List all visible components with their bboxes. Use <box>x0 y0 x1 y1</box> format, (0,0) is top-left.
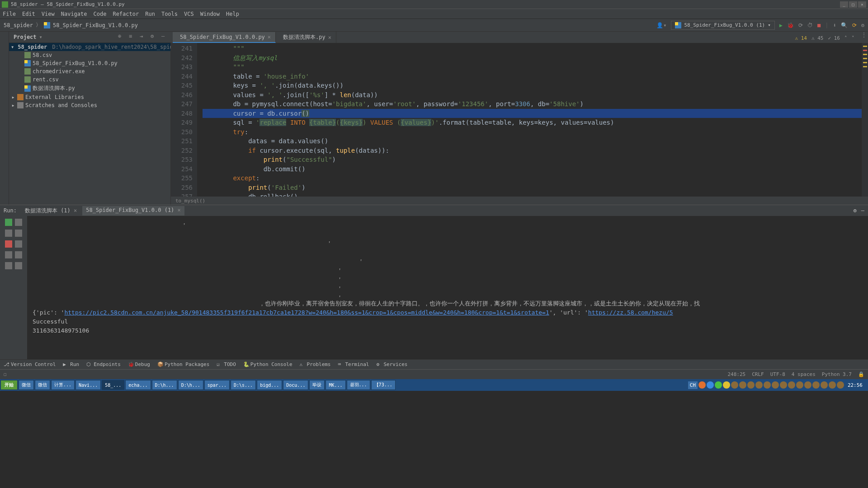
taskbar-item[interactable]: Navi... <box>75 380 101 390</box>
pin-button[interactable] <box>5 262 12 269</box>
tree-file[interactable]: 数据清洗脚本.py <box>9 84 170 93</box>
code-breadcrumb[interactable]: to_mysql() <box>171 197 868 205</box>
rerun-button[interactable] <box>5 219 12 226</box>
tree-external-libraries[interactable]: ▸External Libraries <box>9 93 170 101</box>
taskbar-item[interactable]: D:\h... <box>152 380 177 390</box>
menu-code[interactable]: Code <box>94 11 107 17</box>
settings-button[interactable]: ⚙ <box>861 22 864 28</box>
wrap-icon[interactable] <box>15 240 22 248</box>
stop-button[interactable]: ■ <box>817 22 821 28</box>
menu-vcs[interactable]: VCS <box>184 11 194 17</box>
profile-button[interactable]: ⏱ <box>807 22 813 28</box>
maximize-button[interactable]: □ <box>849 1 857 8</box>
tree-root[interactable]: ▾58_spider D:\hadoop_spark_hive_rent2024… <box>9 43 170 51</box>
code-area[interactable]: 241 242 243 244 245 246 247 248 249 250 … <box>171 43 868 197</box>
taskbar-item[interactable]: D:\s... <box>231 380 256 390</box>
tree-file[interactable]: 58_Spider_FixBug_V1.0.0.py <box>9 59 170 67</box>
breadcrumb-file[interactable]: 58_Spider_FixBug_V1.0.0.py <box>53 22 138 28</box>
tree-file[interactable]: chromedriver.exe <box>9 67 170 75</box>
menu-edit[interactable]: Edit <box>22 11 35 17</box>
url-link[interactable]: https://zz.58.com/hezu/5 <box>588 309 673 316</box>
toolwin-version-control[interactable]: ⎇Version Control <box>4 361 56 367</box>
menu-file[interactable]: File <box>3 11 16 17</box>
taskbar-item[interactable]: bigd... <box>257 380 282 390</box>
debug-button[interactable]: 🐞 <box>787 22 794 28</box>
taskbar-item[interactable]: 【73... <box>371 380 396 390</box>
toolwin-debug[interactable]: 🐞Debug <box>128 361 150 367</box>
menu-help[interactable]: Help <box>226 11 239 17</box>
close-button[interactable]: × <box>858 1 866 8</box>
toolwin-services[interactable]: ⚙Services <box>376 361 407 367</box>
sync-button[interactable]: ⟳ <box>852 22 857 28</box>
line-separator[interactable]: CRLF <box>752 371 764 377</box>
run-config-selector[interactable]: 58_Spider_FixBug_V1.0.0 (1) ▾ <box>671 21 774 30</box>
soft-wrap-icon[interactable] <box>15 251 22 258</box>
taskbar-item[interactable]: 微信 <box>19 380 34 390</box>
url-link[interactable]: https://pic2.58cdn.com.cn/anjuke_58/9014… <box>64 309 549 316</box>
toolwin-python-packages[interactable]: 📦Python Packages <box>157 361 209 367</box>
python-interpreter[interactable]: Python 3.7 <box>822 371 852 377</box>
gear-icon[interactable]: ⚙ <box>854 207 857 214</box>
menu-tools[interactable]: Tools <box>161 11 178 17</box>
code-body[interactable]: """ 信息写入mysql """ table = 'house_info' k… <box>197 43 862 197</box>
chevron-down-icon[interactable]: ˅ <box>852 35 854 41</box>
close-tab-icon[interactable]: × <box>328 34 331 41</box>
close-icon[interactable]: × <box>178 207 181 213</box>
taskbar-item[interactable]: Docu... <box>283 380 308 390</box>
start-button[interactable]: 开始 <box>0 380 18 390</box>
run-tab[interactable]: 58_Spider_FixBug_V1.0.0 (1) × <box>82 206 184 216</box>
taskbar-item[interactable]: 微信 <box>35 380 50 390</box>
collapse-icon[interactable]: ⇥ <box>140 33 148 41</box>
toolwin-endpoints[interactable]: ⬡Endpoints <box>86 361 121 367</box>
clock[interactable]: 22:56 <box>845 382 865 388</box>
taskbar-item[interactable]: 58_... <box>102 380 124 390</box>
run-button[interactable]: ▶ <box>779 22 783 28</box>
line-gutter[interactable]: 241 242 243 244 245 246 247 248 249 250 … <box>171 43 197 197</box>
close-icon[interactable]: × <box>74 207 77 214</box>
editor-tab[interactable]: 58_Spider_FixBug_V1.0.0.py× <box>173 32 276 43</box>
tree-file[interactable]: 58.csv <box>9 51 170 59</box>
inspection-summary[interactable]: ⚠ 14 ⚠ 45 ✓ 16 ˄ ˅ <box>795 35 855 41</box>
trash-icon[interactable] <box>15 262 22 269</box>
user-icon[interactable]: 👤▾ <box>656 22 666 28</box>
rerun-button[interactable]: ⟳ <box>798 22 803 28</box>
close-tab-icon[interactable]: × <box>268 34 271 40</box>
taskbar-item[interactable]: MK... <box>326 380 345 390</box>
vcs-update-button[interactable]: ⬇ <box>833 22 836 28</box>
toolwin-todo[interactable]: ☑TODO <box>217 361 236 367</box>
menu-navigate[interactable]: Navigate <box>61 11 87 17</box>
project-label[interactable]: Project <box>9 34 41 40</box>
print-button[interactable] <box>5 251 12 258</box>
menu-refactor[interactable]: Refactor <box>113 11 139 17</box>
chevron-down-icon[interactable]: ▾ <box>39 34 42 40</box>
menu-window[interactable]: Window <box>200 11 220 17</box>
step-button[interactable] <box>5 230 12 237</box>
menu-run[interactable]: Run <box>145 11 155 17</box>
file-encoding[interactable]: UTF-8 <box>770 371 785 377</box>
menu-view[interactable]: View <box>42 11 55 17</box>
status-icon[interactable]: ☐ <box>4 371 7 377</box>
down-icon[interactable] <box>15 230 22 237</box>
minimize-button[interactable]: _ <box>840 1 848 8</box>
chevron-up-icon[interactable]: ˄ <box>844 35 847 41</box>
hide-icon[interactable]: — <box>161 33 170 41</box>
hide-icon[interactable]: — <box>861 207 864 214</box>
indent-info[interactable]: 4 spaces <box>792 371 816 377</box>
breadcrumb-project[interactable]: 58_spider <box>4 22 33 28</box>
tab-menu-icon[interactable]: ⋮ <box>860 32 868 43</box>
taskbar-item[interactable]: 毕设 <box>309 380 325 390</box>
expand-icon[interactable]: ≡ <box>129 33 137 41</box>
caret-position[interactable]: 248:25 <box>727 371 745 377</box>
run-tab[interactable]: 数据清洗脚本 (1) × <box>21 206 80 216</box>
up-icon[interactable] <box>15 219 22 226</box>
taskbar-item[interactable]: spar... <box>204 380 230 390</box>
tree-file[interactable]: rent.csv <box>9 75 170 84</box>
taskbar-item[interactable]: D:\h... <box>178 380 203 390</box>
project-tree[interactable]: ▾58_spider D:\hadoop_spark_hive_rent2024… <box>9 43 171 205</box>
stop-button[interactable] <box>5 240 12 248</box>
lock-icon[interactable]: 🔒 <box>858 371 864 377</box>
ime-indicator[interactable]: CH <box>688 381 698 389</box>
locate-icon[interactable]: ⊕ <box>118 33 126 41</box>
toolwin-terminal[interactable]: ⌨Terminal <box>338 361 369 367</box>
editor-tab[interactable]: 数据清洗脚本.py× <box>276 32 336 43</box>
